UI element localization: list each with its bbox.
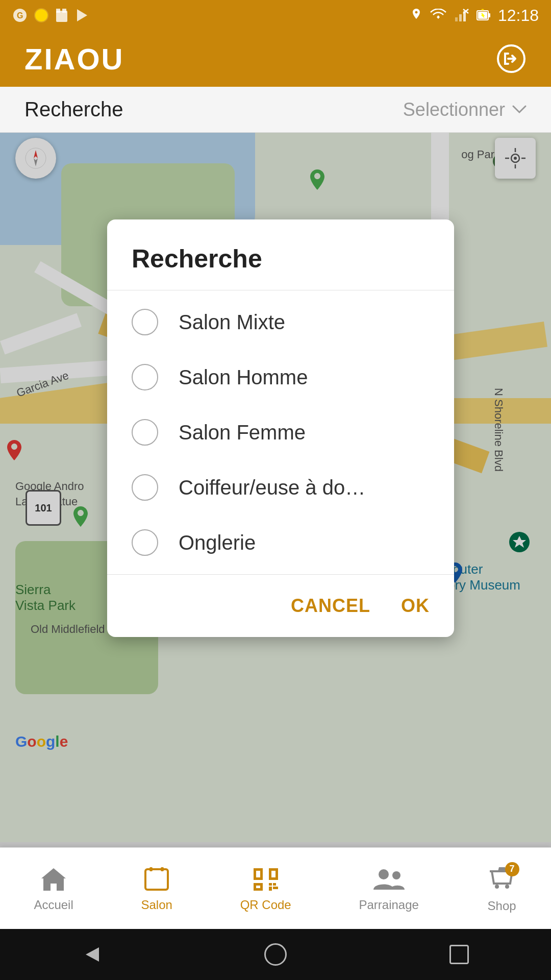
qrcode-icon [251, 865, 281, 894]
g-icon: G [12, 8, 28, 23]
dialog-options-list: Salon Mixte Salon Homme Salon Femme Coif… [107, 290, 454, 574]
radio-salon-homme [132, 364, 158, 390]
svg-rect-8 [459, 14, 462, 21]
ok-button[interactable]: OK [401, 591, 430, 621]
shop-badge: 7 [505, 862, 519, 876]
location-icon [410, 8, 422, 23]
option-salon-homme[interactable]: Salon Homme [107, 350, 454, 405]
svg-rect-28 [145, 869, 168, 890]
chevron-down-icon [512, 105, 527, 114]
dialog-actions: CANCEL OK [107, 575, 454, 637]
android-home-button[interactable] [255, 934, 296, 975]
coin-icon [34, 8, 49, 23]
svg-rect-46 [273, 887, 278, 889]
svg-rect-34 [254, 877, 263, 880]
battery-icon [477, 8, 491, 22]
svg-rect-44 [273, 883, 276, 886]
svg-rect-37 [276, 871, 278, 877]
parrainage-icon [371, 865, 407, 894]
option-onglerie[interactable]: Onglerie [107, 515, 454, 570]
sdcard-icon [55, 8, 68, 23]
svg-point-2 [35, 9, 48, 22]
nav-item-shop[interactable]: 7 Shop [487, 864, 517, 913]
svg-rect-5 [62, 9, 66, 13]
salon-icon [141, 865, 172, 894]
status-icons-right: 12:18 [410, 6, 539, 25]
search-dialog: Recherche Salon Mixte Salon Homme Salon … [107, 219, 454, 637]
option-label-salon-homme: Salon Homme [179, 366, 308, 389]
svg-rect-32 [254, 871, 256, 877]
nav-item-accueil[interactable]: Accueil [34, 865, 73, 912]
svg-rect-42 [254, 888, 263, 891]
nav-label-qrcode: QR Code [240, 898, 291, 912]
option-label-salon-mixte: Salon Mixte [179, 311, 285, 334]
wifi-icon [430, 9, 447, 22]
svg-rect-38 [269, 877, 278, 880]
android-back-button[interactable] [71, 934, 112, 975]
home-icon [38, 865, 69, 894]
nav-label-parrainage: Parrainage [359, 898, 418, 912]
svg-rect-39 [254, 883, 263, 886]
svg-marker-6 [77, 9, 87, 21]
android-nav-bar [0, 929, 551, 980]
radio-salon-femme [132, 419, 158, 446]
nav-label-shop: Shop [488, 899, 516, 913]
radio-salon-mixte [132, 309, 158, 335]
bottom-nav: Accueil Salon QR Co [0, 847, 551, 929]
svg-rect-7 [455, 17, 458, 21]
svg-rect-14 [488, 13, 490, 17]
select-dropdown[interactable]: Selectionner [403, 99, 527, 120]
svg-rect-36 [269, 871, 271, 877]
svg-rect-31 [254, 868, 263, 871]
status-time: 12:18 [498, 6, 539, 25]
select-placeholder: Selectionner [403, 99, 505, 120]
cancel-button[interactable]: CANCEL [291, 591, 370, 621]
svg-text:G: G [17, 11, 23, 20]
radio-coiffeur [132, 474, 158, 501]
svg-point-49 [495, 885, 499, 889]
option-label-coiffeur: Coiffeur/euse à do… [179, 476, 365, 499]
svg-rect-43 [269, 883, 272, 886]
playstore-icon [74, 8, 90, 23]
nav-item-parrainage[interactable]: Parrainage [359, 865, 418, 912]
option-coiffeur[interactable]: Coiffeur/euse à do… [107, 460, 454, 515]
svg-rect-35 [269, 868, 278, 871]
dialog-title: Recherche [132, 244, 262, 273]
search-label: Recherche [24, 98, 123, 121]
option-label-salon-femme: Salon Femme [179, 421, 306, 444]
app-title: ZIAOU [24, 42, 124, 76]
option-label-onglerie: Onglerie [179, 531, 256, 554]
option-salon-femme[interactable]: Salon Femme [107, 405, 454, 460]
android-recents-button[interactable] [439, 934, 480, 975]
svg-rect-33 [260, 871, 263, 877]
option-salon-mixte[interactable]: Salon Mixte [107, 295, 454, 350]
svg-point-47 [379, 869, 389, 879]
signal-icon [454, 8, 469, 22]
svg-marker-51 [86, 947, 99, 962]
nav-item-qrcode[interactable]: QR Code [240, 865, 291, 912]
svg-point-48 [392, 871, 400, 879]
svg-rect-45 [269, 887, 272, 891]
svg-point-50 [505, 885, 509, 889]
status-icons-left: G [12, 8, 90, 23]
nav-label-salon: Salon [141, 898, 172, 912]
radio-onglerie [132, 529, 158, 556]
nav-item-salon[interactable]: Salon [141, 865, 172, 912]
svg-rect-30 [161, 867, 164, 871]
logout-icon[interactable] [496, 43, 527, 74]
nav-label-accueil: Accueil [34, 898, 73, 912]
svg-rect-4 [56, 9, 60, 13]
svg-rect-29 [149, 867, 153, 871]
